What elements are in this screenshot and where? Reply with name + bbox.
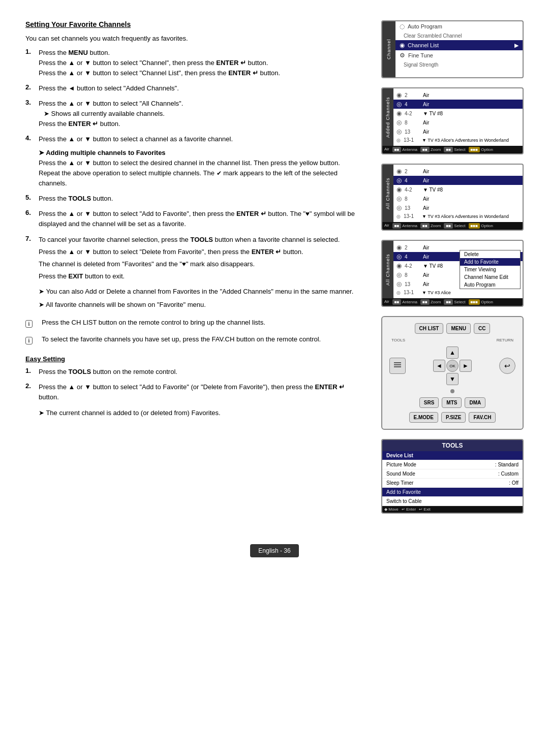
- ch-row-2: ◎4Air: [393, 100, 523, 109]
- right-column: Channel ◌ Auto Program Clear Scrambled C…: [381, 20, 524, 514]
- page-container: Setting Your Favorite Channels You can s…: [25, 20, 524, 514]
- remote-dot-row: [387, 389, 517, 393]
- page-footer-wrap: English - 36: [25, 529, 524, 557]
- ch-row-6: ◎13-1▼ TV #3 Alice's Adventures in Wonde…: [393, 136, 523, 144]
- easy-step-1: 1. Press the TOOLS button on the remote …: [25, 367, 361, 377]
- menu-item-channel-list: ◉ Channel List ▶: [395, 40, 523, 50]
- channel-sidebar-label: Channel: [382, 21, 395, 77]
- all-channels-sidebar: All Channels: [382, 165, 393, 222]
- svg-rect-0: [394, 362, 401, 363]
- ch-row-3: ◉4-2▼ TV #8: [393, 109, 523, 118]
- mts-button[interactable]: MTS: [442, 397, 462, 408]
- added-channels-panel: Added Channels ◉2Air ◎4Air ◉4-2▼ TV #8 ◎…: [381, 87, 524, 154]
- step-3-num: 3.: [25, 99, 35, 129]
- return-button[interactable]: ↩: [499, 358, 515, 374]
- easy-step-1-num: 1.: [25, 367, 35, 377]
- up-arrow-button[interactable]: ▲: [446, 346, 459, 359]
- tools-switch-cable: Switch to Cable: [382, 497, 523, 506]
- info-icon-2: ℹ: [25, 334, 37, 345]
- right-arrow-button[interactable]: ►: [460, 360, 472, 372]
- emode-button[interactable]: E.MODE: [409, 412, 438, 423]
- added-channels-sidebar: Added Channels: [382, 88, 393, 146]
- info-icon-1: ℹ: [25, 318, 37, 328]
- enter-button[interactable]: OK: [446, 360, 459, 372]
- down-arrow-button[interactable]: ▼: [446, 373, 459, 385]
- step-4-content: Press the ▲ or ▼ button to select a chan…: [39, 134, 361, 188]
- menu-icon-1: ◌: [400, 23, 405, 30]
- all-ch-row-4: ◎8Air: [393, 194, 523, 203]
- menu-icon-3: ⚙: [400, 52, 405, 59]
- step-6-num: 6.: [25, 209, 35, 229]
- ch-row-1: ◉2Air: [393, 90, 523, 100]
- all-ch-row-5: ◎13Air: [393, 203, 523, 212]
- all-channels-tools-panel: All Channels ◉2Air ◎4Air ◉4-2▼ TV #8 ◎8A…: [381, 240, 524, 307]
- srs-button[interactable]: SRS: [419, 397, 439, 408]
- remote-bot-row: E.MODE P.SIZE FAV.CH: [387, 412, 517, 423]
- ch-list-button[interactable]: CH LIST: [415, 323, 444, 334]
- tools-remote-button[interactable]: [389, 358, 406, 374]
- all-channels-tools-sidebar: All Channels: [382, 241, 393, 298]
- easy-step-2: 2. Press the ▲ or ▼ button to select "Ad…: [25, 382, 361, 402]
- tools-device-list: Device List: [382, 451, 523, 460]
- all-channels-panel: All Channels ◉2Air ◎4Air ◉4-2▼ TV #8 ◎8A…: [381, 164, 524, 231]
- step-1-content: Press the MENU button. Press the ▲ or ▼ …: [39, 48, 361, 78]
- page-title: Setting Your Favorite Channels: [25, 20, 361, 28]
- menu-item-fine-tune: ⚙ Fine Tune: [395, 50, 523, 60]
- popup-timer: Timer Viewing: [460, 266, 520, 273]
- menu-item-auto-program: ◌ Auto Program: [395, 21, 523, 32]
- remote-mid-row: SRS MTS DMA: [387, 397, 517, 408]
- all-channels-tools-content: ◉2Air ◎4Air ◉4-2▼ TV #8 ◎8Air ◎13Air: [393, 241, 523, 298]
- left-arrow-button[interactable]: ◄: [433, 360, 445, 372]
- remote-control: CH LIST MENU CC TOOLS RETURN: [381, 316, 524, 430]
- intro-text: You can set channels you watch frequentl…: [25, 34, 361, 44]
- return-label: RETURN: [497, 338, 513, 342]
- easy-step-1-content: Press the TOOLS button on the remote con…: [39, 367, 361, 377]
- menu-button[interactable]: MENU: [446, 323, 470, 334]
- channel-menu-panel: Channel ◌ Auto Program Clear Scrambled C…: [381, 20, 524, 78]
- dma-button[interactable]: DMA: [465, 397, 485, 408]
- step-2-num: 2.: [25, 83, 35, 93]
- step-7: 7. To cancel your favorite channel selec…: [25, 235, 361, 282]
- ch-row-4: ◎8Air: [393, 118, 523, 127]
- info-note-1: ℹ Press the CH LIST button on the remote…: [25, 318, 361, 328]
- step-3-content: Press the ▲ or ▼ button to select "All C…: [39, 99, 361, 129]
- all-ch-row-2: ◎4Air: [393, 176, 523, 185]
- step-7-content: To cancel your favorite channel selectio…: [39, 235, 361, 282]
- easy-setting-title: Easy Setting: [25, 355, 361, 363]
- note-2: ➤ All favorite channels will be shown on…: [39, 300, 361, 310]
- svg-rect-1: [394, 364, 401, 365]
- added-channels-footer: Air ■■ Antenna ■■ Zoom ■■ Select ■■■ Opt…: [382, 146, 523, 153]
- remote-labels-row: TOOLS RETURN: [387, 338, 517, 342]
- svg-rect-2: [394, 366, 401, 367]
- popup-auto-program: Auto Program: [460, 281, 520, 289]
- note-1: ➤ You can also Add or Delete a channel f…: [39, 287, 361, 297]
- added-channels-content: ◉2Air ◎4Air ◉4-2▼ TV #8 ◎8Air ◎13Air: [393, 88, 523, 146]
- tools-label: TOOLS: [391, 338, 405, 342]
- tools-popup: Delete Add to Favorite Timer Viewing Cha…: [460, 250, 521, 289]
- arrow-cluster: ▲ ◄ OK ► ▼: [433, 346, 472, 385]
- remote-arrow-row: ▲ ◄ OK ► ▼ ↩: [387, 346, 517, 385]
- step-5-num: 5.: [25, 194, 35, 204]
- popup-delete: Delete: [460, 250, 520, 258]
- tools-menu-footer: ◆ Move ↵ Enter ↩ Exit: [382, 506, 523, 513]
- favch-button[interactable]: FAV.CH: [469, 412, 496, 423]
- channel-menu-content: ◌ Auto Program Clear Scrambled Channel ◉…: [395, 21, 523, 77]
- info-note-1-text: Press the CH LIST button on the remote c…: [42, 318, 361, 328]
- menu-icon-2: ◉: [400, 42, 405, 49]
- step-4: 4. Press the ▲ or ▼ button to select a c…: [25, 134, 361, 188]
- all-ch-row-6: ◎13-1▼ TV #3 Alice's Adventures in Wonde…: [393, 212, 523, 220]
- cc-button[interactable]: CC: [474, 323, 490, 334]
- step-6: 6. Press the ▲ or ▼ button to select "Ad…: [25, 209, 361, 229]
- info-note-2-text: To select the favorite channels you have…: [42, 334, 361, 344]
- remote-dot: [450, 389, 454, 393]
- all-ch-row-1: ◉2Air: [393, 167, 523, 176]
- step-2: 2. Press the ◄ button to select "Added C…: [25, 83, 361, 93]
- tools-menu-panel: TOOLS Device List Picture Mode: Standard…: [381, 439, 524, 514]
- psize-button[interactable]: P.SIZE: [441, 412, 466, 423]
- all-channels-content: ◉2Air ◎4Air ◉4-2▼ TV #8 ◎8Air ◎13Air: [393, 165, 523, 222]
- tools-add-favorite: Add to Favorite: [382, 488, 523, 497]
- tools-ch-footer: Air ■■ Antenna ■■ Zoom ■■ Select ■■■ Opt…: [382, 298, 523, 306]
- return-button-area: ↩: [499, 358, 515, 374]
- step-3: 3. Press the ▲ or ▼ button to select "Al…: [25, 99, 361, 129]
- remote-top-row: CH LIST MENU CC: [387, 323, 517, 334]
